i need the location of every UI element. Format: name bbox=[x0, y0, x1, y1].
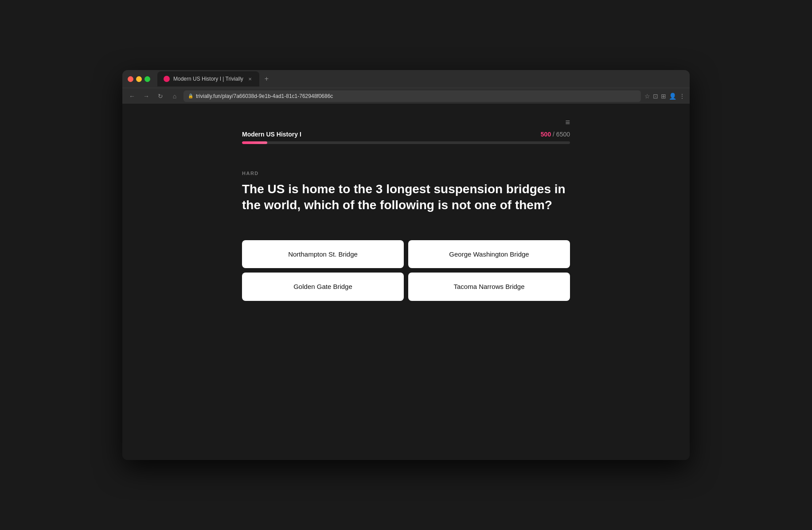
progress-section: Modern US History I 500 / 6500 bbox=[242, 131, 570, 144]
back-button[interactable]: ← bbox=[127, 91, 137, 101]
question-section: HARD The US is home to the 3 longest sus… bbox=[242, 171, 570, 214]
browser-window: Modern US History I | Trivially ✕ + ← → … bbox=[122, 70, 690, 460]
close-button[interactable] bbox=[128, 76, 133, 82]
menu-icon[interactable]: ≡ bbox=[565, 118, 570, 127]
address-actions: ☆ ⊡ ⊞ 👤 ⋮ bbox=[644, 93, 685, 100]
score-display: 500 / 6500 bbox=[541, 131, 570, 138]
quiz-container: ≡ Modern US History I 500 / 6500 HARD Th… bbox=[233, 104, 579, 319]
quiz-title: Modern US History I bbox=[242, 131, 301, 138]
lock-icon: 🔒 bbox=[188, 94, 193, 98]
tab-title: Modern US History I | Trivially bbox=[173, 76, 243, 82]
answer-b-button[interactable]: George Washington Bridge bbox=[408, 240, 570, 269]
bookmark-icon[interactable]: ☆ bbox=[644, 93, 650, 100]
score-current: 500 bbox=[541, 131, 551, 138]
minimize-button[interactable] bbox=[136, 76, 142, 82]
url-text: trivially.fun/play/7a66038d-9e1b-4ad1-81… bbox=[196, 93, 333, 99]
progress-header: Modern US History I 500 / 6500 bbox=[242, 131, 570, 138]
title-bar: Modern US History I | Trivially ✕ + bbox=[122, 70, 690, 88]
progress-bar-background bbox=[242, 141, 570, 144]
url-bar[interactable]: 🔒 trivially.fun/play/7a66038d-9e1b-4ad1-… bbox=[183, 90, 641, 102]
screenshot-icon[interactable]: ⊡ bbox=[653, 93, 658, 100]
question-text: The US is home to the 3 longest suspensi… bbox=[242, 181, 570, 214]
difficulty-badge: HARD bbox=[242, 171, 570, 176]
tab-bar: Modern US History I | Trivially ✕ + bbox=[157, 71, 684, 86]
answer-c-button[interactable]: Golden Gate Bridge bbox=[242, 273, 404, 301]
new-tab-button[interactable]: + bbox=[261, 75, 272, 83]
reload-button[interactable]: ↻ bbox=[155, 91, 166, 101]
top-menu: ≡ bbox=[242, 113, 570, 131]
score-separator: / bbox=[551, 131, 556, 138]
maximize-button[interactable] bbox=[144, 76, 150, 82]
profile-icon[interactable]: 👤 bbox=[669, 93, 676, 100]
home-button[interactable]: ⌂ bbox=[169, 91, 180, 101]
forward-button[interactable]: → bbox=[141, 91, 152, 101]
progress-bar-fill bbox=[242, 141, 267, 144]
tab-favicon bbox=[164, 76, 170, 82]
active-tab[interactable]: Modern US History I | Trivially ✕ bbox=[157, 71, 259, 86]
tab-close-button[interactable]: ✕ bbox=[247, 76, 253, 82]
more-menu-icon[interactable]: ⋮ bbox=[679, 93, 685, 100]
address-bar: ← → ↻ ⌂ 🔒 trivially.fun/play/7a66038d-9e… bbox=[122, 88, 690, 104]
answer-a-button[interactable]: Northampton St. Bridge bbox=[242, 240, 404, 269]
traffic-lights bbox=[128, 76, 150, 82]
extensions-icon[interactable]: ⊞ bbox=[661, 93, 666, 100]
page-content: ≡ Modern US History I 500 / 6500 HARD Th… bbox=[122, 104, 690, 460]
score-total: 6500 bbox=[556, 131, 570, 138]
answer-d-button[interactable]: Tacoma Narrows Bridge bbox=[408, 273, 570, 301]
answers-grid: Northampton St. Bridge George Washington… bbox=[242, 240, 570, 301]
